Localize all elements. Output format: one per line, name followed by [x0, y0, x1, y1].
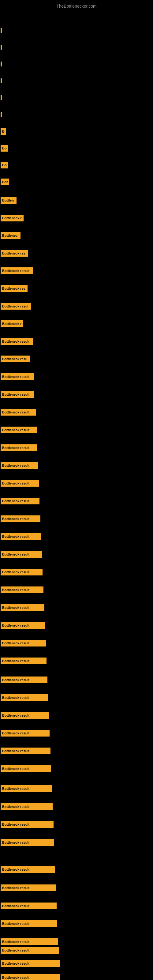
bar-row: Bottleneck result [0, 372, 153, 381]
bar-row: Bottleneck result [0, 550, 153, 558]
bar-row: Bottleneck result [0, 694, 153, 702]
bar-row [0, 43, 153, 51]
bar-row [0, 60, 153, 68]
bar-label: Bo [1, 145, 8, 151]
bar-row [0, 76, 153, 85]
bar-row: Bottleneck result [0, 865, 153, 874]
bar-label: Bottleneck result [1, 498, 40, 504]
bar-row: Bottleneck result [0, 444, 153, 452]
bar-row: Bottleneck result [0, 532, 153, 541]
bar-label: Bottleneck result [1, 821, 54, 828]
bar-row: Bottleneck result [0, 820, 153, 829]
bar-label: Bottleneck res [1, 285, 27, 292]
bar-row: Bottleneck result [0, 585, 153, 594]
bar-row: Bottleneck result [0, 711, 153, 720]
site-title: TheBottlenecker.com [0, 1, 153, 11]
bar-label: Bottleneck result [1, 939, 58, 945]
bar-row: Bottleneck result [0, 497, 153, 505]
bar-row: Bottleneck res [0, 284, 153, 293]
bar-label: Bottleneck result [1, 622, 45, 629]
bar-tiny [1, 28, 2, 33]
bar-row: Bottleneck result [0, 676, 153, 684]
bar-label: Bottleneck result [1, 902, 57, 909]
bar-label: Bottleneck result [1, 569, 43, 576]
bar-label: Bo [1, 162, 8, 169]
bar-label: Bottleneck result [1, 373, 33, 380]
bar-label: Bottleneck result [1, 885, 56, 891]
bar-row: Bottleneck result [0, 621, 153, 630]
bar-row: Bottleneck result [0, 514, 153, 523]
bar-label: Bottleneck result [1, 974, 60, 980]
bar-label: Bottleneck result [1, 676, 48, 683]
bar-row: Bottleneck result [0, 883, 153, 892]
bar-row: Bottleneck result [0, 784, 153, 793]
bar-label: Bot [1, 178, 9, 185]
bar-row: Bottleneck result [0, 802, 153, 811]
bar-row: Bot [0, 178, 153, 186]
bar-row: Bottleneck resu [0, 355, 153, 363]
bar-label: Bottleneck result [1, 960, 60, 967]
bar-label: Bottleneck r [1, 215, 24, 221]
bar-label: Bottleneck result [1, 426, 37, 433]
bar-tiny [1, 112, 2, 117]
bar-row: Bottleneck result [0, 639, 153, 648]
bar-label: Bottlenec [1, 232, 21, 239]
bar-label: Bottleneck result [1, 694, 48, 701]
bar-row: Bottleneck result [0, 838, 153, 847]
bar-row: Bottleneck result [0, 937, 153, 946]
bar-row: Bottleneck result [0, 266, 153, 275]
bar-row: Bottleneck result [0, 390, 153, 399]
bar-row: Bottleneck result [0, 426, 153, 434]
bar-label: Bottleneck result [1, 765, 51, 772]
bar-row: Bottleneck res [0, 249, 153, 258]
bar-label: Bottleneck result [1, 730, 49, 737]
bar-tiny [1, 45, 2, 49]
bar-label: Bottleneck result [1, 462, 38, 469]
bar-row: Bottleneck result [0, 603, 153, 612]
bar-row: Bottleneck result [0, 657, 153, 665]
bar-label: B [1, 128, 6, 135]
bar-row: Bottleneck result [0, 461, 153, 470]
bar-label: Bottleneck result [1, 267, 33, 274]
bar-label: Bottleneck result [1, 785, 52, 792]
bar-row: Bottleneck r [0, 320, 153, 328]
bar-row [0, 110, 153, 119]
bar-row: Bottlen [0, 196, 153, 205]
bar-label: Bottleneck result [1, 657, 46, 664]
bar-label: Bottleneck result [1, 551, 42, 558]
bar-label: Bottleneck result [1, 409, 36, 415]
bar-label: Bottleneck result [1, 712, 49, 719]
bar-row: Bottleneck resul [0, 302, 153, 310]
bar-label: Bottleneck result [1, 391, 34, 398]
bar-label: Bottleneck result [1, 444, 37, 451]
bar-row: Bottlenec [0, 231, 153, 240]
bar-label: Bottleneck result [1, 839, 54, 846]
bar-label: Bottleneck result [1, 920, 57, 927]
bar-row: Bottleneck result [0, 337, 153, 346]
bar-label: Bottleneck result [1, 515, 40, 522]
bar-row [0, 94, 153, 102]
bar-label: Bottleneck result [1, 587, 43, 593]
bar-tiny [1, 78, 2, 83]
bar-label: Bottleneck result [1, 803, 53, 810]
bar-row: Bo [0, 144, 153, 153]
bar-label: Bottleneck result [1, 604, 45, 611]
bar-row: B [0, 127, 153, 136]
bar-row: Bottleneck result [0, 479, 153, 488]
bar-label: Bottleneck res [1, 250, 28, 257]
bar-label: Bottleneck result [1, 533, 41, 540]
bar-label: Bottleneck resul [1, 303, 31, 310]
bar-row: Bottleneck result [0, 920, 153, 928]
bar-row: Bottleneck result [0, 408, 153, 417]
bar-label: Bottleneck result [1, 748, 51, 754]
bar-tiny [1, 95, 2, 100]
bar-label: Bottleneck result [1, 338, 33, 345]
bar-row: Bottleneck result [0, 946, 153, 955]
bar-row: Bottleneck result [0, 902, 153, 910]
bar-row: Bottleneck r [0, 214, 153, 222]
bar-row: Bottleneck result [0, 959, 153, 968]
bar-label: Bottleneck resu [1, 356, 30, 362]
bar-row [0, 26, 153, 35]
bar-label: Bottleneck r [1, 320, 23, 327]
bar-label: Bottleneck result [1, 947, 59, 954]
